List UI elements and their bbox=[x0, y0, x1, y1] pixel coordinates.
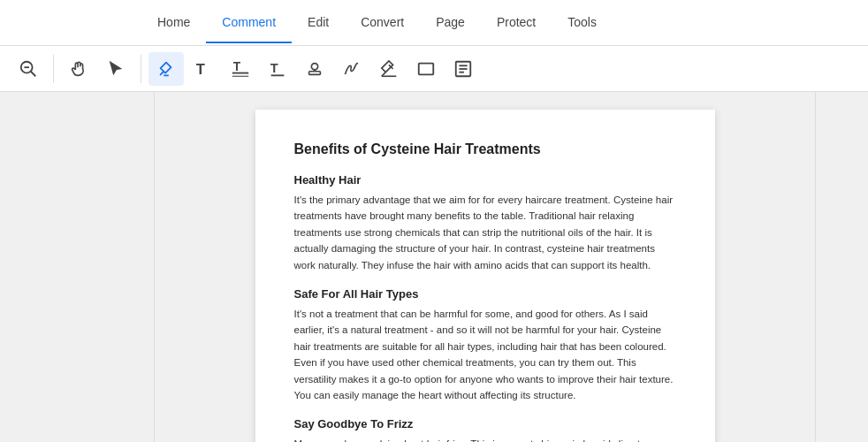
section-heading-2: Say Goodbye To Frizz bbox=[294, 417, 676, 431]
underline-icon: T bbox=[268, 59, 287, 79]
nav-page[interactable]: Page bbox=[420, 3, 481, 43]
sticky-note-icon bbox=[453, 59, 473, 79]
toolbar-separator-2 bbox=[141, 55, 141, 83]
svg-line-1 bbox=[31, 71, 36, 76]
nav-comment[interactable]: Comment bbox=[206, 3, 292, 43]
hand-tool-btn[interactable] bbox=[61, 52, 96, 86]
hand-icon bbox=[69, 59, 88, 79]
section-heading-1: Safe For All Hair Types bbox=[294, 287, 676, 301]
doc-page: Benefits of Cysteine Hair Treatments Hea… bbox=[255, 110, 715, 442]
toolbar: T T T bbox=[0, 46, 868, 92]
text-tool-btn[interactable]: T bbox=[186, 52, 221, 86]
rectangle-icon bbox=[416, 59, 436, 79]
svg-text:T: T bbox=[233, 59, 241, 72]
strikethrough-icon: T bbox=[231, 59, 250, 79]
toolbar-separator-1 bbox=[53, 55, 54, 83]
section-heading-0: Healthy Hair bbox=[294, 173, 676, 187]
zoom-tool[interactable] bbox=[11, 52, 46, 86]
section-body-0: It's the primary advantage that we aim f… bbox=[294, 192, 676, 273]
stamp-tool-btn[interactable] bbox=[297, 52, 332, 86]
sticky-note-tool-btn[interactable] bbox=[445, 52, 481, 86]
doc-title: Benefits of Cysteine Hair Treatments bbox=[294, 141, 676, 157]
whiteout-icon bbox=[379, 59, 399, 79]
nav-edit[interactable]: Edit bbox=[292, 3, 345, 43]
doc-area: Benefits of Cysteine Hair Treatments Hea… bbox=[155, 92, 815, 442]
rectangle-tool-btn[interactable] bbox=[408, 52, 444, 86]
nav-convert[interactable]: Convert bbox=[345, 3, 420, 43]
highlight-icon bbox=[156, 59, 176, 79]
whiteout-tool-btn[interactable] bbox=[371, 52, 407, 86]
strikethrough-tool-btn[interactable]: T bbox=[223, 52, 258, 86]
highlight-tool-btn[interactable] bbox=[148, 52, 184, 86]
sign-tool-btn[interactable] bbox=[334, 52, 369, 86]
section-body-2: Many people complain about hair frizz. T… bbox=[294, 436, 676, 442]
sign-icon bbox=[342, 59, 362, 79]
nav-protect[interactable]: Protect bbox=[481, 3, 552, 43]
main-area: Benefits of Cysteine Hair Treatments Hea… bbox=[0, 92, 868, 442]
stamp-icon bbox=[305, 59, 324, 79]
nav-home[interactable]: Home bbox=[141, 3, 206, 43]
text-icon: T bbox=[194, 59, 213, 79]
underline-tool-btn[interactable]: T bbox=[260, 52, 295, 86]
section-body-1: It's not a treatment that can be harmful… bbox=[294, 306, 676, 403]
svg-point-9 bbox=[311, 63, 317, 69]
cursor-tool-btn[interactable] bbox=[98, 52, 133, 86]
svg-rect-10 bbox=[309, 71, 321, 74]
svg-rect-13 bbox=[419, 63, 434, 74]
top-nav: Home Comment Edit Convert Page Protect T… bbox=[0, 0, 868, 46]
zoom-icon bbox=[19, 59, 38, 79]
left-panel bbox=[0, 92, 155, 442]
svg-text:T: T bbox=[196, 61, 205, 77]
nav-tools[interactable]: Tools bbox=[552, 3, 613, 43]
svg-text:T: T bbox=[270, 60, 278, 74]
cursor-icon bbox=[106, 59, 126, 79]
right-panel bbox=[815, 92, 868, 442]
